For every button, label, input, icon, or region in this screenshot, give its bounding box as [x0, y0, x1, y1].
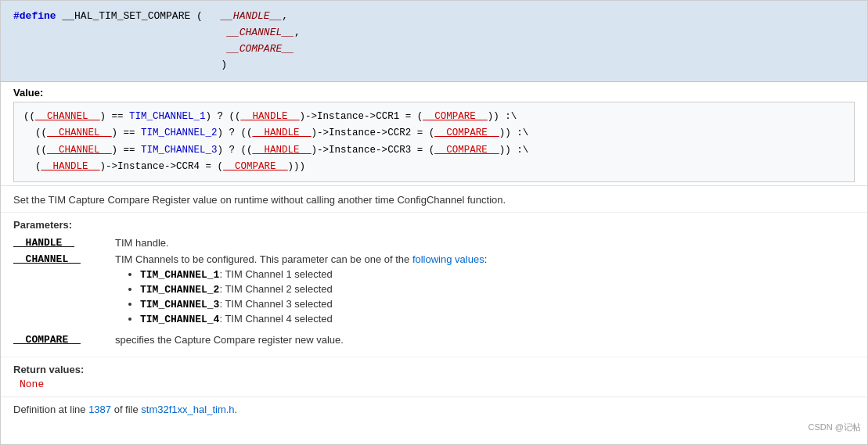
define-bar: #define __HAL_TIM_SET_COMPARE ( __HANDLE… [1, 1, 867, 82]
list-item-ch1: TIM_CHANNEL_1: TIM Channel 1 selected [140, 268, 855, 281]
parameters-title: Parameters: [13, 219, 855, 231]
main-container: #define __HAL_TIM_SET_COMPARE ( __HANDLE… [0, 0, 868, 445]
list-key-ch3: TIM_CHANNEL_3 [140, 299, 219, 310]
definition-suffix: . [235, 404, 238, 415]
list-text-ch1: : TIM Channel 1 selected [219, 268, 332, 280]
list-key-ch4: TIM_CHANNEL_4 [140, 314, 219, 325]
param-name-channel: __CHANNEL__ [13, 253, 115, 328]
code-line-1: ((__CHANNEL__) == TIM_CHANNEL_1) ? ((__H… [23, 109, 845, 125]
code-block: ((__CHANNEL__) == TIM_CHANNEL_1) ? ((__H… [13, 102, 855, 182]
code-line-2: ((__CHANNEL__) == TIM_CHANNEL_2) ? ((__H… [23, 125, 845, 142]
channel-ref-2: __CHANNEL__ [47, 127, 112, 138]
param-desc-compare: specifies the Capture Compare register n… [115, 334, 855, 346]
param-compare: __COMPARE__ [227, 43, 294, 55]
param-name-handle: __HANDLE__ [13, 237, 115, 249]
channel-ref-1: __CHANNEL__ [35, 111, 100, 122]
param-channel: __CHANNEL__ [227, 27, 294, 38]
list-item-ch3: TIM_CHANNEL_3: TIM Channel 3 selected [140, 298, 855, 310]
channel-ref-3: __CHANNEL__ [47, 145, 112, 156]
define-keyword: #define [13, 10, 56, 22]
channel-bullet-list: TIM_CHANNEL_1: TIM Channel 1 selected TI… [115, 268, 855, 325]
parameters-section: Parameters: __HANDLE__ TIM handle. __CHA… [1, 213, 867, 357]
description-text: Set the TIM Capture Compare Register val… [13, 194, 506, 206]
code-line-3: ((__CHANNEL__) == TIM_CHANNEL_3) ? ((__H… [23, 142, 845, 159]
code-line-4: (__HANDLE__)->Instance->CCR4 = (__COMPAR… [23, 159, 845, 175]
tim-chan-1: TIM_CHANNEL_1 [129, 111, 206, 122]
param-name-compare: __COMPARE__ [13, 334, 115, 346]
list-item-ch2: TIM_CHANNEL_2: TIM Channel 2 selected [140, 283, 855, 296]
handle-ref-4: __HANDLE__ [41, 161, 100, 172]
definition-line: Definition at line 1387 of file stm32f1x… [1, 397, 867, 420]
compare-ref-1: __COMPARE__ [423, 111, 488, 122]
return-none: None [13, 379, 855, 390]
list-text-ch2: : TIM Channel 2 selected [219, 283, 332, 295]
list-key-ch2: TIM_CHANNEL_2 [140, 284, 219, 296]
tim-chan-3: TIM_CHANNEL_3 [141, 145, 218, 156]
param-row-channel: __CHANNEL__ TIM Channels to be configure… [13, 253, 855, 328]
handle-ref-3: __HANDLE__ [253, 145, 312, 156]
definition-filename[interactable]: stm32f1xx_hal_tim.h [141, 404, 234, 415]
compare-ref-2: __COMPARE__ [434, 127, 499, 138]
param-desc-channel: TIM Channels to be configured. This para… [115, 253, 855, 328]
list-item-ch4: TIM_CHANNEL_4: TIM Channel 4 selected [140, 313, 855, 325]
list-key-ch1: TIM_CHANNEL_1 [140, 269, 219, 281]
value-section: Value: ((__CHANNEL__) == TIM_CHANNEL_1) … [1, 82, 867, 186]
value-label: Value: [13, 87, 855, 99]
channel-desc-end: : [484, 253, 488, 265]
handle-ref-1: __HANDLE__ [241, 111, 300, 122]
param-row-handle: __HANDLE__ TIM handle. [13, 237, 855, 249]
param-handle: __HANDLE__ [221, 10, 282, 22]
channel-desc-start: TIM Channels to be configured. This para… [115, 253, 412, 265]
return-title: Return values: [13, 364, 855, 375]
following-values-link[interactable]: following values [412, 253, 484, 265]
description-section: Set the TIM Capture Compare Register val… [1, 186, 867, 213]
return-section: Return values: None [1, 357, 867, 397]
param-row-compare: __COMPARE__ specifies the Capture Compar… [13, 334, 855, 346]
compare-ref-3: __COMPARE__ [434, 145, 499, 156]
param-desc-handle: TIM handle. [115, 237, 855, 249]
watermark: CSDN @记帖 [1, 420, 867, 436]
handle-ref-2: __HANDLE__ [253, 127, 312, 138]
macro-name: __HAL_TIM_SET_COMPARE [62, 10, 190, 22]
list-text-ch3: : TIM Channel 3 selected [219, 298, 332, 310]
definition-line-num[interactable]: 1387 [88, 404, 111, 415]
tim-chan-2: TIM_CHANNEL_2 [141, 127, 218, 138]
list-text-ch4: : TIM Channel 4 selected [219, 313, 332, 325]
definition-prefix: Definition at line [13, 404, 88, 415]
definition-middle: of file [111, 404, 141, 415]
compare-ref-4: __COMPARE__ [223, 161, 288, 172]
